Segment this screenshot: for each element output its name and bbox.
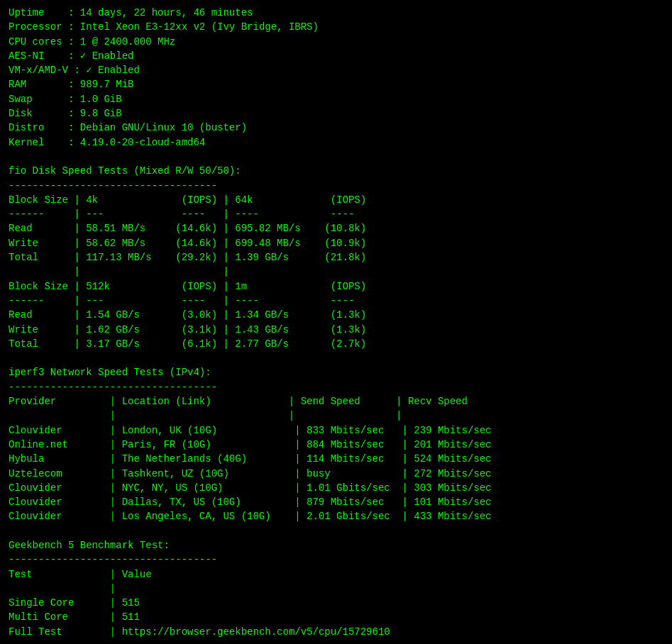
multi-core-label: Multi Core [9,611,68,623]
fio-total2: Total | 3.17 GB/s (6.1k) | 2.77 GB/s (2.… [9,338,366,350]
iperf-row-0: Clouvider | London, UK (10G) | 833 Mbits… [9,425,492,436]
iperf-header: Provider | Location (Link) | Send Speed … [9,396,468,407]
geekbench-title: Geekbench 5 Benchmark Test: [9,540,170,551]
fio-total: Total | 117.13 MB/s (29.2k) | 1.39 GB/s … [9,252,366,263]
swap-value: : 1.0 GiB [68,94,122,105]
fio-divider: ----------------------------------- [9,180,217,191]
kernel-value: : 4.19.0-20-cloud-amd64 [68,137,205,148]
disk-label: Disk [9,108,33,119]
distro-value: : Debian GNU/Linux 10 (buster) [68,122,247,133]
cpu-cores-value: : 1 @ 2400.000 MHz [68,36,175,48]
fio-read2: Read | 1.54 GB/s (3.0k) | 1.34 GB/s (1.3… [9,309,366,321]
multi-core-value: | 511 [110,611,140,623]
fio-subheader: ------ | --- ---- | ---- ---- [9,209,354,220]
processor-label: Processor [9,21,62,33]
kernel-label: Kernel [9,137,44,148]
fio-header2: Block Size | 512k (IOPS) | 1m (IOPS) [9,281,366,292]
processor-value: : Intel Xeon E3-12xx v2 (Ivy Bridge, IBR… [68,21,319,33]
iperf-row-3: Uztelecom | Tashkent, UZ (10G) | busy | … [9,468,492,479]
ram-value: : 989.7 MiB [68,79,133,90]
swap-label: Swap [9,94,33,105]
iperf-row-5: Clouvider | Dallas, TX, US (10G) | 879 M… [9,496,492,508]
full-test-label: Full Test [9,626,62,638]
fio-read: Read | 58.51 MB/s (14.6k) | 695.82 MB/s … [9,223,366,234]
fio-blank: | | [9,266,229,277]
iperf-row-1: Online.net | Paris, FR (10G) | 884 Mbits… [9,439,492,450]
full-test-value: | https://browser.geekbench.com/v5/cpu/1… [110,626,390,638]
uptime-label: Uptime [9,7,44,18]
terminal-output: Uptime : 14 days, 22 hours, 46 minutes P… [9,6,663,639]
iperf-row-6: Clouvider | Los Angeles, CA, US (10G) | … [9,511,492,522]
vmx-value: : ✓ Enabled [74,65,139,76]
iperf-row-4: Clouvider | NYC, NY, US (10G) | 1.01 Gbi… [9,482,492,494]
geekbench-header: Test | Value [9,569,152,580]
single-core-value: | 515 [110,597,140,609]
iperf-divider: ----------------------------------- [9,382,217,393]
fio-header: Block Size | 4k (IOPS) | 64k (IOPS) [9,194,366,206]
geekbench-divider: ----------------------------------- [9,554,217,565]
fio-subheader2: ------ | --- ---- | ---- ---- [9,295,354,306]
vmx-label: VM-x/AMD-V [9,65,68,76]
distro-label: Distro [9,122,44,133]
ram-label: RAM [9,79,26,90]
aes-ni-label: AES-NI [9,50,44,62]
disk-value: : 9.8 GiB [68,108,122,119]
iperf-row-2: Hybula | The Netherlands (40G) | 114 Mbi… [9,453,492,465]
cpu-cores-label: CPU cores [9,36,62,48]
iperf-title: iperf3 Network Speed Tests (IPv4): [9,367,211,378]
uptime-value: : 14 days, 22 hours, 46 minutes [68,7,253,18]
geekbench-blank: | [9,583,116,594]
aes-ni-value: : ✓ Enabled [68,50,133,62]
fio-write: Write | 58.62 MB/s (14.6k) | 699.48 MB/s… [9,238,366,249]
iperf-blank: | | | [9,410,402,421]
fio-title: fio Disk Speed Tests (Mixed R/W 50/50): [9,165,241,177]
single-core-label: Single Core [9,597,74,609]
fio-write2: Write | 1.62 GB/s (3.1k) | 1.43 GB/s (1.… [9,324,366,335]
